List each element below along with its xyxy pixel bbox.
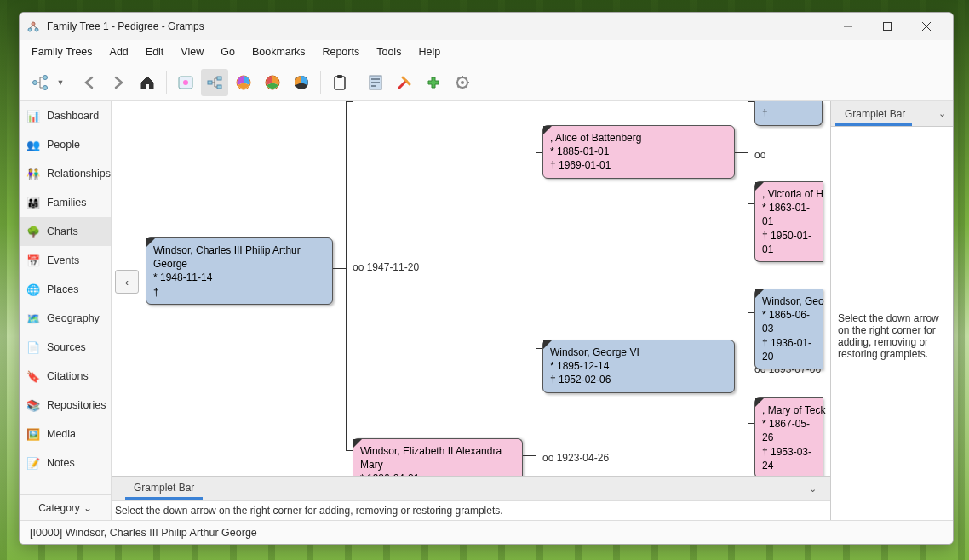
nav-label: People — [47, 139, 80, 151]
pedigree-canvas[interactable]: ‹ Windsor, Charles III Philip Arthur Geo… — [112, 101, 830, 476]
svg-rect-15 — [217, 85, 221, 89]
person-name: , Victoria of H — [762, 187, 816, 201]
chevron-down-icon[interactable]: ⌄ — [809, 483, 817, 494]
addons-icon[interactable] — [420, 69, 447, 96]
maximize-button[interactable] — [868, 13, 907, 40]
media-icon: 🖼️ — [26, 427, 40, 441]
nav-repositories[interactable]: 📚Repositories — [20, 391, 111, 420]
nav-label: Notes — [47, 457, 75, 469]
nav-notes[interactable]: 📝Notes — [20, 449, 111, 477]
svg-rect-4 — [884, 23, 892, 31]
svg-point-12 — [183, 80, 188, 85]
menu-add[interactable]: Add — [101, 43, 137, 61]
menu-reports[interactable]: Reports — [313, 43, 368, 61]
marriage-date: oo 1923-04-26 — [542, 452, 609, 464]
svg-point-1 — [28, 28, 32, 31]
svg-rect-24 — [371, 85, 376, 87]
nav-charts[interactable]: 🌳Charts — [20, 217, 111, 246]
menu-family-trees[interactable]: Family Trees — [23, 43, 101, 61]
menu-go[interactable]: Go — [212, 43, 244, 61]
gramplet-bar-right: Gramplet Bar ⌄ Select the down arrow on … — [830, 101, 953, 520]
person-name: , Alice of Battenberg — [550, 131, 727, 145]
gramplet-tab-right[interactable]: Gramplet Bar — [838, 106, 912, 123]
sources-icon: 📄 — [26, 340, 40, 354]
forward-button[interactable] — [105, 69, 132, 96]
status-text: [I0000] Windsor, Charles III Philip Arth… — [30, 527, 257, 539]
nav-dashboard[interactable]: 📊Dashboard — [20, 101, 111, 130]
pedigree-view-icon[interactable] — [201, 69, 228, 96]
tree-dropdown-icon[interactable]: ▼ — [55, 78, 66, 87]
fan-chart-icon[interactable] — [230, 69, 257, 96]
nav-label: Citations — [47, 370, 89, 382]
category-selector[interactable]: Category⌄ — [20, 494, 111, 520]
nav-citations[interactable]: 🔖Citations — [20, 362, 111, 391]
reports-icon[interactable] — [362, 69, 389, 96]
minimize-button[interactable] — [829, 13, 868, 40]
menu-bookmarks[interactable]: Bookmarks — [244, 43, 314, 61]
menu-edit[interactable]: Edit — [137, 43, 173, 61]
svg-point-2 — [35, 28, 38, 31]
menu-view[interactable]: View — [172, 43, 212, 61]
svg-rect-14 — [217, 77, 221, 80]
toolbar: ▼ — [20, 64, 953, 101]
person-george6[interactable]: Windsor, George VI * 1895-12-14 † 1952-0… — [542, 340, 735, 393]
person-birth: * 1865-06-03 — [762, 308, 816, 335]
citations-icon: 🔖 — [26, 369, 40, 383]
close-button[interactable] — [907, 13, 946, 40]
tools-icon[interactable] — [391, 69, 418, 96]
families-icon: 👨‍👩‍👧 — [26, 196, 40, 209]
person-ggp-top[interactable]: † — [754, 101, 823, 126]
back-button[interactable] — [76, 69, 103, 96]
collapse-left-button[interactable]: ‹ — [115, 270, 139, 294]
nav-label: Dashboard — [47, 110, 99, 122]
home-button[interactable] — [134, 69, 161, 96]
person-birth: * 1926-04-21 — [360, 471, 515, 476]
nav-label: Repositories — [47, 399, 106, 411]
nav-families[interactable]: 👨‍👩‍👧Families — [20, 188, 111, 217]
nav-label: Geography — [47, 312, 100, 324]
app-icon — [26, 20, 40, 33]
nav-geography[interactable]: 🗺️Geography — [20, 304, 111, 333]
gramplet-bar-bottom: Gramplet Bar ⌄ Select the down arrow on … — [112, 476, 830, 520]
descendant-fan-icon[interactable] — [259, 69, 286, 96]
relationships-icon: 👫 — [26, 167, 40, 180]
svg-rect-20 — [337, 75, 342, 78]
person-alice[interactable]: , Alice of Battenberg * 1885-01-01 † 196… — [542, 125, 735, 179]
svg-point-9 — [43, 85, 48, 89]
menu-tools[interactable]: Tools — [368, 43, 410, 61]
person-birth: * 1863-01-01 — [762, 201, 816, 228]
chevron-down-icon[interactable]: ⌄ — [938, 108, 946, 119]
person-birth: * 1885-01-01 — [550, 145, 727, 158]
nav-places[interactable]: 🌐Places — [20, 275, 111, 304]
two-way-fan-icon[interactable] — [288, 69, 315, 96]
nav-label: Charts — [47, 226, 78, 237]
nav-label: Families — [47, 197, 87, 209]
menu-help[interactable]: Help — [410, 43, 449, 61]
nav-events[interactable]: 📅Events — [20, 246, 111, 275]
clipboard-icon[interactable] — [326, 69, 353, 96]
organize-icon[interactable] — [172, 69, 199, 96]
gramplet-tab[interactable]: Gramplet Bar — [125, 478, 203, 500]
nav-media[interactable]: 🖼️Media — [20, 420, 111, 449]
person-mary[interactable]: , Mary of Teck * 1867-05-26 † 1953-03-24 — [754, 397, 823, 476]
person-victoria[interactable]: , Victoria of H * 1863-01-01 † 1950-01-0… — [754, 181, 823, 262]
nav-sources[interactable]: 📄Sources — [20, 333, 111, 362]
category-label: Category — [38, 502, 80, 514]
person-george5[interactable]: Windsor, Geo * 1865-06-03 † 1936-01-20 — [754, 289, 823, 369]
nav-relationships[interactable]: 👫Relationships — [20, 159, 111, 188]
person-death: † 1952-02-06 — [550, 373, 727, 386]
nav-people[interactable]: 👥People — [20, 130, 111, 159]
person-death: † 1969-01-01 — [550, 158, 727, 172]
person-name: Windsor, Elizabeth II Alexandra Mary — [360, 444, 515, 471]
person-death: † — [153, 285, 325, 299]
person-mother[interactable]: Windsor, Elizabeth II Alexandra Mary * 1… — [353, 438, 523, 476]
people-icon: 👥 — [26, 138, 40, 151]
svg-rect-13 — [208, 81, 212, 84]
svg-rect-19 — [335, 77, 345, 89]
geography-icon: 🗺️ — [26, 311, 40, 325]
nav-label: Events — [47, 254, 79, 266]
svg-point-8 — [43, 75, 48, 79]
tree-icon[interactable] — [26, 69, 54, 96]
preferences-icon[interactable] — [449, 69, 476, 96]
person-root[interactable]: Windsor, Charles III Philip Arthur Georg… — [146, 237, 333, 305]
